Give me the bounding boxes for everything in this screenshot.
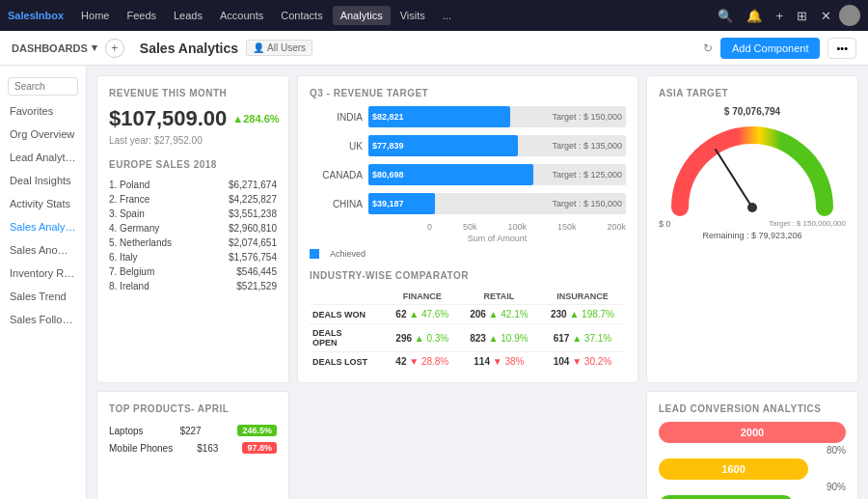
q3-bar-chart: INDIA $82,821 Target : $ 150,000 UK $77,…: [310, 106, 626, 259]
avatar[interactable]: [839, 5, 860, 26]
add-component-button[interactable]: Add Component: [720, 38, 821, 59]
asia-label: ASIA TARGET: [659, 88, 846, 98]
nav-accounts[interactable]: Accounts: [212, 6, 271, 25]
dashboard-content: REVENUE THIS MONTH $107,509.00 ▲ 284.6% …: [87, 66, 868, 499]
list-item: 7. Belgium$546,445: [109, 264, 277, 279]
revenue-card: REVENUE THIS MONTH $107,509.00 ▲ 284.6% …: [96, 75, 289, 383]
europe-section: EUROPE SALES 2018 1. Poland$6,271,674 2.…: [109, 159, 277, 293]
sidebar-item-favorites[interactable]: Favorites: [0, 99, 86, 123]
sidebar-item-inventory-reports[interactable]: Inventory Reports: [0, 262, 86, 285]
revenue-amount: $107,509.00 ▲ 284.6%: [109, 106, 277, 131]
asia-top-value: $ 70,076,794: [724, 106, 780, 117]
list-item: 2. France$4,225,827: [109, 192, 277, 207]
europe-label: EUROPE SALES 2018: [109, 159, 277, 170]
all-users-badge[interactable]: 👤 All Users: [246, 40, 312, 56]
bar-row-canada: CANADA $80,698 Target : $ 125,000: [310, 164, 626, 185]
svg-line-0: [716, 150, 752, 208]
industry-table: FINANCE RETAIL INSURANCE DEALS WON 62 ▲ …: [310, 289, 626, 371]
sidebar-search-container: [0, 73, 86, 99]
plus-icon[interactable]: +: [770, 5, 789, 27]
industry-section: INDUSTRY-WISE COMPARATOR FINANCE RETAIL …: [310, 270, 626, 371]
nav-home[interactable]: Home: [73, 6, 117, 25]
sidebar-item-sales-followup[interactable]: Sales Follow-up T: [0, 308, 86, 331]
sidebar-item-deal-insights[interactable]: Deal Insights: [0, 169, 86, 192]
lead-bars: 2000 80% 1600 90% 1440 75% 1080: [659, 422, 846, 499]
list-item: 5. Netherlands$2,074,651: [109, 236, 277, 250]
page-title: Sales Analytics: [140, 41, 238, 56]
chevron-down-icon: ▾: [92, 42, 97, 54]
sidebar-item-sales-anomalies[interactable]: Sales Anomalies: [0, 238, 86, 262]
lead-bar-created: 2000: [659, 422, 846, 443]
bar-row-uk: UK $77,839 Target : $ 135,000: [310, 135, 626, 156]
lead-bar-converted: 1600: [659, 458, 808, 480]
dashboards-button[interactable]: DASHBOARDS ▾: [12, 42, 97, 54]
chart-legend: Achieved: [310, 249, 626, 259]
lead-pct-1: 80%: [659, 445, 846, 456]
sidebar: Favorites Org Overview Lead Analytics De…: [0, 66, 87, 499]
list-item: 8. Ireland$521,529: [109, 279, 277, 293]
lead-conversion-card: LEAD CONVERSION ANALYTICS 2000 80% 1600 …: [646, 391, 858, 499]
sidebar-item-lead-analytics[interactable]: Lead Analytics: [0, 146, 86, 169]
top-products-card: TOP PRODUCTS- APRIL Laptops $227 246.5% …: [96, 391, 289, 499]
users-icon: 👤: [253, 42, 264, 53]
sidebar-item-sales-trend[interactable]: Sales Trend: [0, 285, 86, 308]
europe-list: 1. Poland$6,271,674 2. France$4,225,827 …: [109, 178, 277, 293]
nav-more[interactable]: ...: [435, 6, 459, 25]
achieved-legend-box: [310, 249, 319, 259]
bar-row-china: CHINA $39,187 Target : $ 150,000: [310, 193, 626, 214]
refresh-icon[interactable]: ↻: [703, 42, 713, 55]
gauge-chart: [665, 121, 839, 217]
product-badge-phones: 97.8%: [242, 442, 277, 454]
table-row: DEALS LOST 42 ▼ 28.8% 114 ▼ 38% 104 ▼ 30…: [310, 352, 626, 372]
bar-row-india: INDIA $82,821 Target : $ 150,000: [310, 106, 626, 127]
list-item: 1. Poland$6,271,674: [109, 178, 277, 192]
asia-target-card: ASIA TARGET $ 70,076,794: [646, 75, 858, 383]
products-label: TOP PRODUCTS- APRIL: [109, 403, 277, 414]
logo: SalesInbox: [8, 10, 64, 21]
revenue-growth-badge: ▲ 284.6%: [232, 113, 279, 125]
nav-analytics[interactable]: Analytics: [333, 6, 391, 25]
grid-icon[interactable]: ⊞: [791, 5, 813, 27]
chart-x-label: Sum of Amount: [368, 234, 626, 243]
add-dashboard-button[interactable]: +: [105, 39, 124, 58]
more-options-button[interactable]: •••: [827, 38, 856, 59]
nav-visits[interactable]: Visits: [393, 6, 433, 25]
nav-leads[interactable]: Leads: [166, 6, 210, 25]
revenue-label: REVENUE THIS MONTH: [109, 88, 277, 98]
product-row-phones: Mobile Phones $163 97.8%: [109, 439, 277, 457]
industry-label: INDUSTRY-WISE COMPARATOR: [310, 270, 626, 281]
q3-label: Q3 - REVENUE TARGET: [310, 88, 626, 98]
close-icon[interactable]: ✕: [815, 5, 837, 27]
search-input[interactable]: [8, 77, 78, 96]
sidebar-item-activity-stats[interactable]: Activity Stats: [0, 192, 86, 215]
svg-point-1: [747, 203, 757, 212]
sub-navigation: DASHBOARDS ▾ + Sales Analytics 👤 All Use…: [0, 31, 868, 66]
search-icon[interactable]: 🔍: [712, 5, 739, 27]
lead-conversion-label: LEAD CONVERSION ANALYTICS: [659, 403, 846, 414]
asia-remaining: Remaining : $ 79,923,206: [702, 231, 801, 240]
product-badge-laptops: 246.5%: [237, 425, 277, 436]
sidebar-item-sales-analytics[interactable]: Sales Analytics: [0, 215, 86, 238]
list-item: 3. Spain$3,551,238: [109, 207, 277, 221]
lead-bar-deals-created: 1440: [659, 495, 794, 499]
nav-contacts[interactable]: Contacts: [273, 6, 330, 25]
arrow-up-icon: ▲: [232, 113, 243, 125]
subnav-left: DASHBOARDS ▾ + Sales Analytics 👤 All Use…: [12, 39, 312, 58]
list-item: 6. Italy$1,576,754: [109, 250, 277, 264]
chart-axis: 0 50k 100k 150k 200k: [368, 222, 626, 232]
table-row: DEALSOPEN 296 ▲ 0.3% 823 ▲ 10.9% 617 ▲ 3…: [310, 324, 626, 352]
lead-pct-2: 90%: [659, 482, 846, 492]
list-item: 4. Germany$2,960,810: [109, 221, 277, 236]
sidebar-item-org-overview[interactable]: Org Overview: [0, 123, 86, 146]
top-navigation: SalesInbox Home Feeds Leads Accounts Con…: [0, 0, 868, 31]
nav-feeds[interactable]: Feeds: [119, 6, 164, 25]
revenue-last-year: Last year: $27,952.00: [109, 135, 277, 146]
gauge-amounts: $ 0 Target : $ 150,000,000: [659, 219, 846, 229]
bell-icon[interactable]: 🔔: [741, 5, 768, 27]
q3-revenue-card: Q3 - REVENUE TARGET INDIA $82,821 Target…: [297, 75, 638, 383]
subnav-right: ↻ Add Component •••: [703, 38, 856, 59]
main-content: Favorites Org Overview Lead Analytics De…: [0, 66, 868, 499]
table-row: DEALS WON 62 ▲ 47.6% 206 ▲ 42.1% 230 ▲ 1…: [310, 305, 626, 324]
product-row-laptops: Laptops $227 246.5%: [109, 422, 277, 439]
gauge-container: $ 70,076,794: [659, 106, 846, 240]
